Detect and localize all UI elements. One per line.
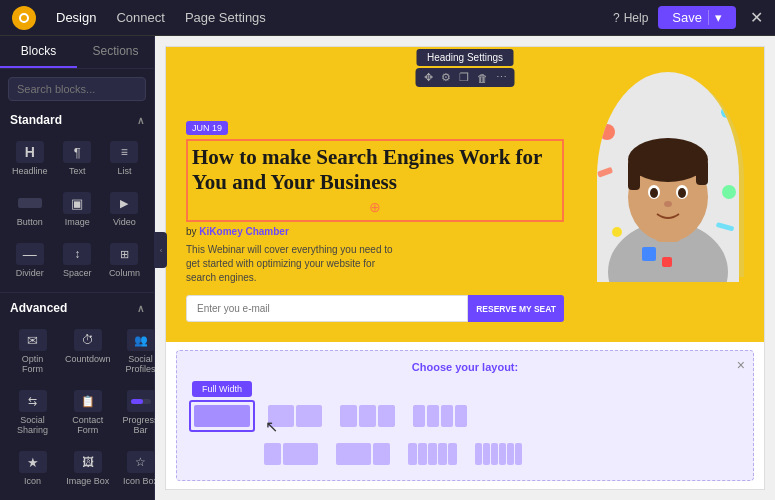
author-prefix: by (186, 226, 199, 237)
cta-row: RESERVE MY SEAT (186, 295, 564, 322)
block-optin-form[interactable]: ✉ Optin Form (8, 323, 57, 380)
block-headline-label: Headline (12, 166, 48, 176)
layout-option-5col[interactable] (403, 438, 462, 470)
col4 (455, 405, 467, 427)
block-video[interactable]: ▶ Video (103, 186, 146, 233)
layout-chooser: × Choose your layout: Full Width (176, 350, 754, 481)
canvas-area: Heading Settings ✥ ⚙ ❐ 🗑 ⋯ JUN 19 (155, 36, 775, 500)
headline-icon: H (16, 141, 44, 163)
col3 (428, 443, 437, 465)
heading-settings-popup: Heading Settings ✥ ⚙ ❐ 🗑 ⋯ (416, 47, 515, 87)
nav-connect[interactable]: Connect (116, 10, 164, 25)
close-button[interactable]: ✕ (750, 8, 763, 27)
svg-rect-6 (696, 160, 708, 185)
yellow-section: Heading Settings ✥ ⚙ ❐ 🗑 ⋯ JUN 19 (166, 47, 764, 342)
layout-option-2col[interactable] (263, 400, 327, 432)
block-image-box-label: Image Box (66, 476, 109, 486)
col3 (441, 405, 453, 427)
heading-settings-label: Heading Settings (417, 49, 513, 66)
block-countdown[interactable]: ⏱ Countdown (61, 323, 115, 380)
col5 (507, 443, 514, 465)
nav-page-settings[interactable]: Page Settings (185, 10, 266, 25)
column-icon: ⊞ (110, 243, 138, 265)
top-bar-left: Design Connect Page Settings (12, 6, 266, 30)
block-divider[interactable]: — Divider (8, 237, 52, 284)
six-col-preview (470, 438, 527, 470)
block-countdown-label: Countdown (65, 354, 111, 364)
block-icon-label: Icon (24, 476, 41, 486)
search-input[interactable] (8, 77, 146, 101)
col4 (499, 443, 506, 465)
block-social-sharing-label: Social Sharing (12, 415, 53, 435)
layout-option-4col[interactable] (408, 400, 472, 432)
reserve-button[interactable]: RESERVE MY SEAT (468, 295, 564, 322)
five-col-preview (403, 438, 462, 470)
col2 (359, 405, 376, 427)
col1 (408, 443, 417, 465)
layout-option-full-width[interactable]: Full Width (189, 381, 255, 432)
block-column-label: Column (109, 268, 140, 278)
trash-icon[interactable]: 🗑 (477, 72, 488, 84)
col2 (296, 405, 322, 427)
more-icon[interactable]: ⋯ (496, 71, 507, 84)
col2 (427, 405, 439, 427)
block-nav-menu[interactable]: ☰ Nav Menu (8, 496, 57, 500)
svg-rect-12 (642, 247, 656, 261)
standard-blocks-grid: H Headline ¶ Text ≡ List Button ▣ Image … (0, 131, 154, 288)
sidebar-tabs: Blocks Sections (0, 36, 154, 69)
col4 (438, 443, 447, 465)
col-large (336, 443, 371, 465)
save-dropdown-arrow[interactable]: ▾ (708, 10, 722, 25)
heading-center-dot: ⊕ (192, 198, 558, 216)
block-image-label: Image (65, 217, 90, 227)
sidebar: Blocks Sections Standard ∧ H Headline ¶ … (0, 36, 155, 500)
advanced-chevron-icon[interactable]: ∧ (137, 303, 144, 314)
block-anchor[interactable]: ⚓ Anchor (61, 496, 115, 500)
block-social-sharing[interactable]: ⇆ Social Sharing (8, 384, 57, 441)
help-button[interactable]: ? Help (613, 11, 648, 25)
standard-chevron-icon[interactable]: ∧ (137, 115, 144, 126)
block-headline[interactable]: H Headline (8, 135, 52, 182)
author-name: KiKomey Chamber (199, 226, 288, 237)
block-button[interactable]: Button (8, 186, 52, 233)
duplicate-icon[interactable]: ❐ (459, 71, 469, 84)
col1 (475, 443, 482, 465)
sidebar-collapse-button[interactable]: ‹ (155, 232, 167, 268)
nav-design[interactable]: Design (56, 10, 96, 25)
block-spacer[interactable]: ↕ Spacer (56, 237, 99, 284)
layout-option-6col[interactable] (470, 438, 527, 470)
settings-icon[interactable]: ⚙ (441, 71, 451, 84)
heading-selected-block[interactable]: How to make Search Engines Work for You … (186, 139, 564, 222)
tab-blocks[interactable]: Blocks (0, 36, 77, 68)
layout-option-1-3-2-3[interactable] (259, 438, 323, 470)
block-text[interactable]: ¶ Text (56, 135, 99, 182)
block-contact-form[interactable]: 📋 Contact Form (61, 384, 115, 441)
video-icon: ▶ (110, 192, 138, 214)
block-list[interactable]: ≡ List (103, 135, 146, 182)
spacer-icon: ↕ (63, 243, 91, 265)
move-icon[interactable]: ✥ (424, 71, 433, 84)
layout-chooser-close-button[interactable]: × (737, 357, 745, 373)
three-col-preview (335, 400, 400, 432)
help-label: Help (624, 11, 649, 25)
block-button-label: Button (17, 217, 43, 227)
block-image[interactable]: ▣ Image (56, 186, 99, 233)
block-icon[interactable]: ★ Icon (8, 445, 57, 492)
social-sharing-icon: ⇆ (19, 390, 47, 412)
layout-option-3col[interactable] (335, 400, 400, 432)
author-line: by KiKomey Chamber (186, 226, 564, 237)
asym-preview-1 (259, 438, 323, 470)
col2 (418, 443, 427, 465)
top-nav: Design Connect Page Settings (56, 10, 266, 25)
col3 (378, 405, 395, 427)
svg-point-16 (612, 227, 622, 237)
layout-option-2-3-1-3[interactable] (331, 438, 395, 470)
tab-sections[interactable]: Sections (77, 36, 154, 68)
block-image-box[interactable]: 🖼 Image Box (61, 445, 115, 492)
save-button[interactable]: Save ▾ (658, 6, 736, 29)
asym-preview-2 (331, 438, 395, 470)
block-column[interactable]: ⊞ Column (103, 237, 146, 284)
email-input[interactable] (186, 295, 468, 322)
block-contact-form-label: Contact Form (65, 415, 111, 435)
four-col-preview (408, 400, 472, 432)
